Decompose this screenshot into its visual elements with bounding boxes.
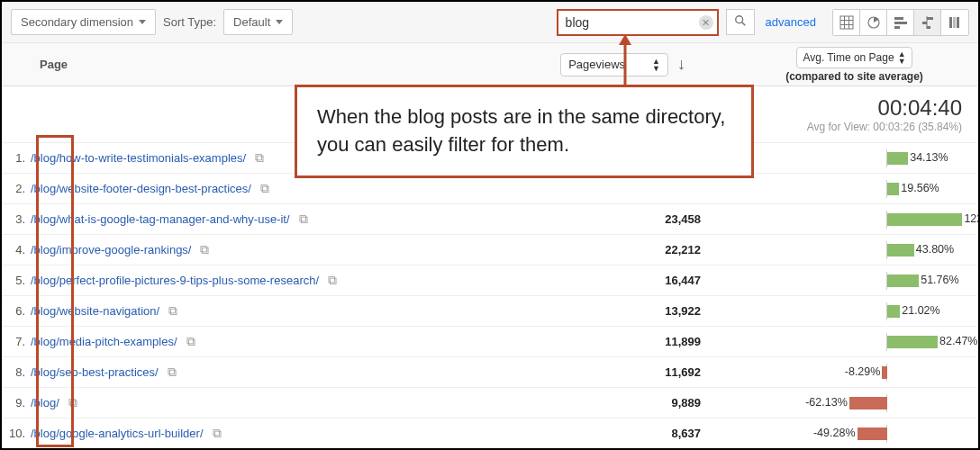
search-wrap: ✕ (557, 9, 719, 36)
search-button[interactable] (726, 9, 755, 35)
summary-value: 00:04:40 (807, 95, 962, 121)
svg-line-1 (741, 22, 745, 26)
svg-rect-8 (894, 17, 903, 20)
view-performance-icon[interactable] (887, 10, 914, 35)
sort-type-value: Default (233, 15, 270, 29)
page-cell: /blog/perfect-profile-pictures-9-tips-pl… (31, 273, 593, 288)
page-cell: /blog/website-navigation/⧉ (31, 303, 593, 319)
annotation-arrow-icon (616, 34, 634, 86)
row-number: 5. (2, 274, 31, 287)
pageviews-cell: 22,212 (593, 243, 737, 256)
table-row: 3./blog/what-is-google-tag-manager-and-w… (2, 204, 978, 235)
sort-descending-icon[interactable]: ↓ (677, 55, 685, 74)
metric-select[interactable]: Pageviews ▲▼ (560, 53, 668, 76)
annotation-callout: When the blog posts are in the same dire… (295, 85, 754, 178)
table-row: 2./blog/website-footer-design-best-pract… (2, 174, 978, 204)
column-page[interactable]: Page (40, 58, 560, 71)
compared-to-label: (compared to site average) (740, 70, 969, 83)
page-cell: /blog/website-footer-design-best-practic… (31, 181, 593, 196)
svg-rect-13 (927, 26, 930, 29)
view-pivot-icon[interactable] (941, 10, 968, 35)
table-row: 8./blog/seo-best-practices/⧉11,692-8.29% (2, 357, 978, 388)
svg-rect-2 (840, 16, 853, 29)
page-cell: /blog/what-is-google-tag-manager-and-why… (31, 212, 593, 227)
comparison-bar: 21.02% (737, 302, 971, 320)
view-table-icon[interactable] (833, 10, 860, 35)
comparison-bar: 51.76% (737, 272, 971, 290)
svg-rect-12 (922, 22, 927, 24)
pct-label: 82.47% (939, 335, 977, 347)
page-cell: /blog/seo-best-practices/⧉ (31, 364, 593, 380)
row-number: 4. (2, 243, 31, 256)
table-row: 7./blog/media-pitch-examples/⧉11,89982.4… (2, 327, 978, 357)
open-external-icon[interactable]: ⧉ (299, 212, 308, 227)
sort-type-button[interactable]: Default (223, 9, 293, 35)
pct-label: -62.13% (805, 396, 848, 409)
pct-label: 21.02% (902, 304, 939, 317)
table-row: 9./blog/⧉9,889-62.13% (2, 388, 978, 418)
open-external-icon[interactable]: ⧉ (200, 242, 209, 257)
clear-search-icon[interactable]: ✕ (699, 15, 713, 30)
avg-metric-select[interactable]: Avg. Time on Page ▲▼ (796, 47, 912, 68)
open-external-icon[interactable]: ⧉ (328, 273, 337, 288)
pct-label: 51.76% (921, 274, 958, 286)
comparison-bar: -8.29% (737, 364, 971, 382)
comparison-bar: -49.28% (737, 425, 971, 443)
pct-label: 34.13% (910, 151, 948, 164)
advanced-link[interactable]: advanced (766, 15, 816, 29)
table-row: 10./blog/google-analytics-url-builder/⧉8… (2, 418, 978, 449)
summary-subtext: Avg for View: 00:03:26 (35.84%) (807, 121, 962, 133)
comparison-column-header: Avg. Time on Page ▲▼ (compared to site a… (740, 47, 969, 83)
open-external-icon[interactable]: ⧉ (186, 334, 195, 349)
view-pie-icon[interactable] (860, 10, 887, 35)
search-icon (734, 14, 747, 27)
search-input[interactable] (557, 9, 719, 36)
pageviews-cell: 11,899 (593, 335, 737, 348)
secondary-dimension-button[interactable]: Secondary dimension (11, 9, 156, 35)
row-number: 9. (2, 396, 31, 410)
open-external-icon[interactable]: ⧉ (213, 426, 222, 441)
row-number: 7. (2, 335, 31, 348)
comparison-bar: 43.80% (737, 241, 971, 259)
row-number: 3. (2, 212, 31, 226)
open-external-icon[interactable]: ⧉ (260, 181, 269, 196)
row-number: 6. (2, 304, 31, 318)
view-toggle-group (832, 9, 969, 36)
page-cell: /blog/improve-google-rankings/⧉ (31, 242, 593, 257)
comparison-bar: 19.56% (737, 180, 971, 198)
svg-point-0 (735, 16, 742, 23)
open-external-icon[interactable]: ⧉ (255, 150, 264, 166)
svg-rect-16 (953, 17, 956, 28)
avg-metric-label: Avg. Time on Page (803, 51, 894, 64)
comparison-bar: 82.47% (737, 333, 971, 351)
annotation-text: When the blog posts are in the same dire… (317, 105, 725, 156)
pageviews-cell: 9,889 (593, 396, 737, 410)
table-header: Page Pageviews ▲▼ ↓ Avg. Time on Page ▲▼… (2, 43, 978, 86)
comparison-bar: 122.62% (737, 211, 971, 229)
open-external-icon[interactable]: ⧉ (168, 364, 177, 380)
page-link[interactable]: /blog/perfect-profile-pictures-9-tips-pl… (31, 274, 319, 287)
comparison-bar: -62.13% (737, 394, 971, 412)
view-comparison-icon[interactable] (914, 10, 941, 35)
svg-marker-19 (619, 34, 631, 45)
pct-label: -49.28% (813, 427, 856, 439)
page-cell: /blog/⧉ (31, 395, 593, 410)
row-number: 8. (2, 365, 31, 379)
row-number: 1. (2, 151, 31, 165)
row-number: 10. (2, 427, 31, 440)
caret-down-icon (139, 20, 146, 24)
table-row: 4./blog/improve-google-rankings/⧉22,2124… (2, 235, 978, 266)
pageviews-cell: 16,447 (593, 274, 737, 287)
svg-rect-17 (957, 17, 959, 28)
pageviews-cell: 8,637 (593, 427, 737, 440)
pageviews-cell: 23,458 (593, 212, 737, 226)
row-number: 2. (2, 182, 31, 195)
pct-label: 19.56% (901, 182, 939, 194)
toolbar: Secondary dimension Sort Type: Default ✕… (2, 2, 978, 43)
pct-label: -8.29% (845, 365, 881, 378)
open-external-icon[interactable]: ⧉ (168, 303, 177, 319)
select-arrows-icon: ▲▼ (898, 50, 906, 65)
svg-rect-10 (894, 26, 900, 29)
select-arrows-icon: ▲▼ (652, 58, 660, 72)
svg-rect-9 (894, 22, 907, 24)
